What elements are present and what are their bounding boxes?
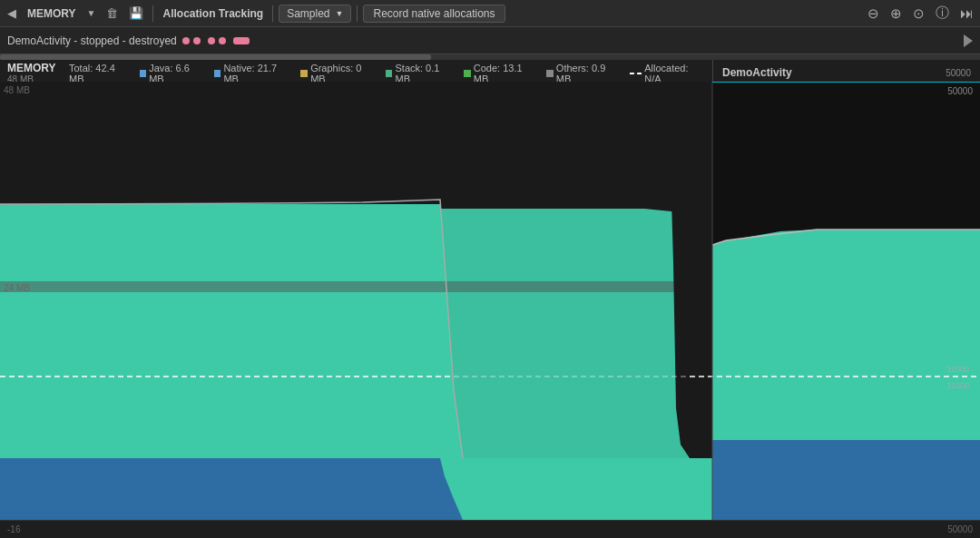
sampled-label: Sampled [287, 7, 329, 20]
reset-icon[interactable]: ⊙ [910, 4, 927, 24]
record-native-button[interactable]: Record native allocations [363, 5, 505, 23]
allocated-stat: Allocated: N/A [630, 63, 705, 84]
bottom-bar: -16 50000 [0, 520, 980, 538]
graphics-label: Graphics: 0 MB [310, 63, 377, 84]
dot-2 [193, 37, 201, 44]
dot-group [182, 37, 250, 44]
allocation-tracking-label: Allocation Tracking [159, 7, 267, 20]
stack-color [386, 70, 393, 77]
right-panel-top-dark [712, 82, 980, 230]
memory-chart[interactable]: 31000 31000 50000 48 MB 24 MB [0, 82, 980, 520]
y-label-mid: 24 MB [4, 283, 30, 293]
x-min-label: -16 [7, 524, 20, 534]
sampled-dropdown[interactable]: Sampled ▼ [279, 5, 351, 23]
dot-1 [182, 37, 190, 44]
sep3 [357, 5, 358, 22]
info-icon[interactable]: ⓘ [933, 3, 952, 24]
memory-stats: Total: 42.4 MB Java: 6.6 MB Native: 21.7… [69, 63, 705, 84]
x-max-label: 50000 [947, 524, 973, 534]
sep2 [272, 5, 273, 22]
dot-bar [233, 37, 250, 44]
zoom-out-icon[interactable]: ⊖ [865, 4, 882, 24]
stack-label: Stack: 0.1 MB [395, 63, 455, 84]
delete-button[interactable]: 🗑 [103, 5, 122, 22]
zoom-in-icon[interactable]: ⊕ [887, 4, 905, 24]
graphics-color [300, 70, 308, 77]
dot-3 [208, 37, 215, 44]
stack-stat: Stack: 0.1 MB [386, 63, 455, 84]
right-toolbar-icons: ⊖ ⊕ ⊙ ⓘ ⏭ [865, 3, 976, 24]
code-color [464, 70, 471, 77]
dot-4 [219, 37, 226, 44]
java-label: Java: 6.6 MB [149, 63, 205, 84]
native-right-area [712, 230, 980, 440]
chart-y-max-label: 50000 [947, 86, 973, 96]
sep1 [152, 5, 153, 22]
others-stat: Others: 0.9 MB [546, 63, 621, 84]
others-color [546, 70, 554, 77]
code-label: Code: 13.1 MB [474, 63, 537, 84]
others-label: Others: 0.9 MB [556, 63, 621, 84]
forward-icon[interactable] [964, 34, 973, 47]
graphics-stat: Graphics: 0 MB [300, 63, 376, 84]
skip-end-icon[interactable]: ⏭ [957, 4, 976, 23]
device-bar-left: DemoActivity - stopped - destroyed [7, 34, 250, 47]
memory-dropdown-icon[interactable]: ▼ [83, 6, 100, 20]
native-color [214, 70, 221, 77]
java-right-bottom [712, 440, 980, 520]
device-bar: DemoActivity - stopped - destroyed [0, 27, 980, 54]
chart-svg: 31000 31000 50000 [0, 82, 980, 520]
back-button[interactable]: ◀ [4, 5, 20, 22]
memory-title: MEMORY [24, 7, 80, 20]
dropdown-chevron-icon: ▼ [336, 9, 344, 18]
allocated-label: Allocated: N/A [644, 63, 705, 84]
activity-label: DemoActivity - stopped - destroyed [7, 34, 177, 47]
right-panel-value: 50000 [946, 68, 971, 78]
allocated-line-label-bot: 31000 [946, 381, 969, 390]
device-bar-right [964, 34, 973, 47]
total-stat: Total: 42.4 MB [69, 63, 131, 84]
chart-gray-band [0, 281, 712, 292]
native-stat: Native: 21.7 MB [214, 63, 292, 84]
export-button[interactable]: 💾 [125, 5, 147, 22]
java-color [140, 70, 147, 77]
main-toolbar: ◀ MEMORY ▼ 🗑 💾 Allocation Tracking Sampl… [0, 0, 980, 27]
code-stat: Code: 13.1 MB [464, 63, 537, 84]
y-label-max: 48 MB [4, 85, 30, 95]
allocated-dash-icon [630, 73, 642, 74]
native-label: Native: 21.7 MB [223, 63, 291, 84]
memory-label: MEMORY [7, 62, 62, 74]
right-panel-title: DemoActivity [722, 66, 792, 79]
java-stat: Java: 6.6 MB [140, 63, 205, 84]
allocated-line-label-top: 31000 [946, 365, 969, 374]
